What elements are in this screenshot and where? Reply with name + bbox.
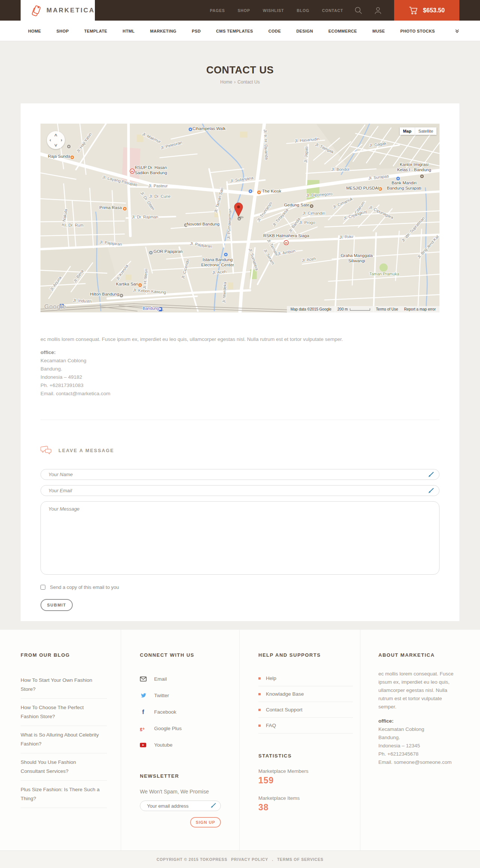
cat-nav-shop[interactable]: SHOP — [57, 29, 69, 33]
cat-nav-marketing[interactable]: MARKETING — [150, 29, 176, 33]
cat-nav-photo-stocks[interactable]: PHOTO STOCKS — [400, 29, 435, 33]
section-divider — [40, 420, 440, 420]
help-link-contact-support[interactable]: Contact Support — [258, 707, 353, 713]
map-label: Jl. Japati — [303, 146, 309, 163]
map-label: GOR Pajajaran — [153, 249, 182, 254]
map-poi-shop — [188, 127, 192, 131]
map-poi-restaurant — [70, 155, 74, 159]
map-label: Raja Sunda — [48, 154, 70, 158]
terms-of-use-link[interactable]: Terms of Use — [376, 307, 398, 311]
chat-bubbles-icon — [40, 445, 52, 456]
header-nav-pages[interactable]: PAGES — [210, 8, 225, 13]
blog-post-item: How To Start Your Own Fashion Store? — [21, 671, 107, 699]
cat-nav-psd[interactable]: PSD — [192, 29, 201, 33]
pan-left-icon[interactable]: ‹ — [50, 137, 51, 142]
blog-post-link[interactable]: How To Start Your Own Fashion Store? — [21, 676, 101, 694]
header-nav-blog[interactable]: BLOG — [297, 8, 309, 13]
pan-up-icon[interactable]: ˄ — [54, 133, 57, 137]
statistics-heading: STATISTICS — [258, 753, 360, 759]
cat-nav-html[interactable]: HTML — [123, 29, 135, 33]
map-poi-bank — [396, 176, 400, 181]
map-pan-control[interactable]: ˄ ˅ ‹ › — [47, 131, 65, 149]
twitter-icon — [140, 692, 147, 699]
twitter-link[interactable]: Twitter — [140, 692, 169, 699]
search-icon[interactable] — [354, 6, 363, 15]
youtube-link[interactable]: Youtube — [140, 742, 172, 748]
terms-of-services-link[interactable]: TERMS OF SERVICES — [277, 857, 324, 862]
newsletter-block: NEWSLETTER We Won't Spam, We Promise SIG… — [140, 773, 239, 828]
cart-button[interactable]: $653.50 — [394, 0, 459, 21]
footer-about-column: ABOUT MARKETICA ec mollis lorem consequa… — [360, 630, 459, 850]
footer-connect-column: CONNECT WITH US EmailTwitterfFacebookg+G… — [121, 630, 239, 850]
map-poi-restaurant — [123, 207, 127, 211]
blog-post-item: How To Choose The Perfect Fashion Store? — [21, 699, 107, 726]
cat-nav-cms-templates[interactable]: CMS TEMPLATES — [216, 29, 253, 33]
connect-label: Twitter — [154, 693, 169, 698]
map-label: Istana Bandung — [202, 257, 232, 262]
footer-help-column: HELP AND SUPPORTS HelpKnowladge BaseCont… — [239, 630, 360, 850]
cat-nav-design[interactable]: DESIGN — [296, 29, 313, 33]
header-nav: PAGESSHOPWISHLISTBLOGCONTACT — [210, 8, 343, 13]
logo[interactable]: MARKETICA — [21, 0, 95, 21]
header-nav-wishlist[interactable]: WISHLIST — [263, 8, 284, 13]
email-link[interactable]: Email — [140, 675, 167, 682]
map-data-credit: Map data ©2015 Google — [291, 307, 332, 311]
copyright-text: COPYRIGHT © 2015 TOKOPRESS — [156, 857, 227, 862]
header-nav-contact[interactable]: CONTACT — [322, 8, 343, 13]
about-heading: ABOUT MARKETICA — [378, 652, 459, 658]
breadcrumb: Home›Contact Us — [0, 79, 480, 85]
blog-post-item: Should You Use Fashion Consultant Servic… — [21, 753, 107, 781]
copyright-separator: . — [272, 857, 273, 862]
help-link-help[interactable]: Help — [258, 675, 353, 681]
cat-nav-ecommerce[interactable]: ECOMMERCE — [328, 29, 357, 33]
cat-nav-template[interactable]: TEMPLATE — [84, 29, 107, 33]
cat-nav-home[interactable]: HOME — [28, 29, 41, 33]
blog-post-item: What is So Alluring About Celebrity Fash… — [21, 726, 107, 753]
submit-button[interactable]: SUBMIT — [40, 599, 73, 611]
name-input[interactable] — [40, 469, 440, 480]
google-watermark: Google — [44, 303, 66, 310]
newsletter-email-input[interactable] — [140, 801, 221, 811]
office-line: Kecamatan Coblong — [40, 357, 440, 365]
map-type-control: Map Satellite — [400, 127, 436, 135]
map-label: Electronic Center — [201, 263, 234, 267]
more-categories-chevron-icon[interactable] — [455, 29, 459, 33]
account-icon[interactable] — [374, 6, 382, 15]
google-plus-link[interactable]: g+Google Plus — [140, 725, 182, 732]
office-line: Ph. +62817391083 — [40, 381, 440, 390]
privacy-policy-link[interactable]: PRIVACY POLICY — [231, 857, 268, 862]
breadcrumb-home-link[interactable]: Home — [220, 79, 232, 85]
blog-post-link[interactable]: Plus Size Fashion: Is There Such a Thing… — [21, 785, 101, 803]
blog-post-link[interactable]: Should You Use Fashion Consultant Servic… — [21, 758, 101, 776]
google-map[interactable]: HH Cihampelas WalkJl. PelesiranJl. Haji … — [40, 124, 440, 312]
map-label: Jl. Dr. Rum — [63, 223, 83, 227]
map-label: Jl. Dr. Rajiman — [132, 215, 158, 219]
svg-text:g+: g+ — [140, 726, 145, 731]
office-address-block: office: Kecamatan CoblongBandung.Indones… — [40, 348, 440, 398]
office-line: Email. someone@someone.com — [378, 758, 459, 766]
gplus-icon: g+ — [140, 725, 147, 732]
send-copy-checkbox[interactable] — [40, 585, 45, 590]
signup-button[interactable]: SIGN UP — [190, 817, 221, 828]
report-map-error-link[interactable]: Report a map error — [404, 307, 436, 311]
help-link-faq[interactable]: FAQ — [258, 723, 353, 728]
blog-post-link[interactable]: How To Choose The Perfect Fashion Store? — [21, 703, 101, 721]
pan-down-icon[interactable]: ˅ — [54, 143, 57, 148]
help-link-knowladge-base[interactable]: Knowladge Base — [258, 691, 353, 697]
map-poi-hospital: H — [130, 169, 135, 173]
connect-item: Email — [140, 671, 239, 687]
connect-item: Youtube — [140, 737, 239, 753]
facebook-link[interactable]: fFacebook — [140, 709, 176, 715]
map-button[interactable]: Map — [400, 127, 415, 135]
header-nav-shop[interactable]: SHOP — [238, 8, 250, 13]
cat-nav-muse[interactable]: MUSE — [372, 29, 385, 33]
map-label: Bandung Surapati — [387, 186, 421, 190]
email-input[interactable] — [40, 485, 440, 496]
svg-text:f: f — [142, 709, 144, 715]
blog-post-link[interactable]: What is So Alluring About Celebrity Fash… — [21, 731, 101, 748]
message-textarea[interactable] — [40, 501, 440, 575]
pan-right-icon[interactable]: › — [61, 137, 62, 142]
cat-nav-code[interactable]: CODE — [268, 29, 281, 33]
satellite-button[interactable]: Satellite — [415, 127, 436, 135]
map-label: Bandung — [142, 306, 159, 311]
